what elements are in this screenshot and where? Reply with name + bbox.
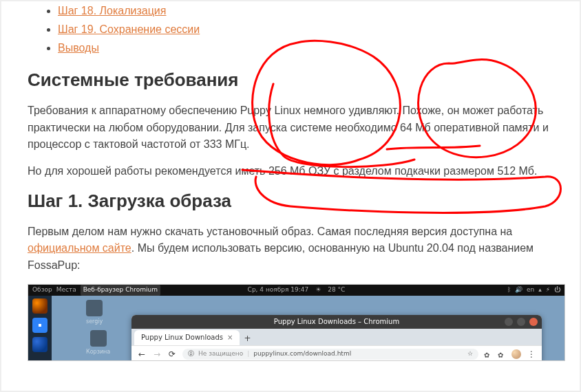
chromium-window: Puppy Linux Downloads – Chromium Puppy L… [131, 315, 542, 361]
insecure-label: Не защищено [198, 349, 243, 359]
article-page: Шаг 18. Локализация Шаг 19. Сохранение с… [0, 0, 581, 392]
toc-item: Шаг 19. Сохранение сессии [58, 21, 553, 39]
profile-avatar [511, 349, 521, 359]
network-icon: ▴ [538, 285, 542, 295]
section-heading-requirements: Системные требования [28, 69, 553, 91]
bluetooth-icon: ᛒ [507, 285, 511, 295]
step1-paragraph: Первым делом нам нужно скачать установоч… [28, 224, 553, 274]
desktop-icon-trash-label: Корзина [86, 349, 110, 355]
browser-tab-title: Puppy Linux Downloads [141, 332, 223, 343]
sun-icon: ☀ [315, 285, 321, 295]
star-icon: ☆ [467, 349, 473, 359]
extension-icon: ✿ [484, 350, 492, 358]
toc-link-step19[interactable]: Шаг 19. Сохранение сессии [58, 23, 200, 35]
insecure-icon: ⓪ [188, 349, 194, 359]
battery-icon: ⚡ [546, 285, 550, 295]
firefox-icon [32, 298, 47, 314]
browser-tab: Puppy Linux Downloads × [134, 330, 240, 345]
dock [28, 296, 52, 361]
new-tab-icon: + [244, 332, 251, 345]
close-icon: × [227, 332, 233, 343]
toc-item: Выводы [58, 40, 553, 57]
window-maximize-icon [517, 318, 525, 326]
address-url: puppylinux.com/download.html [253, 349, 351, 359]
window-minimize-icon [505, 318, 513, 326]
requirements-paragraph-2: Но для хорошей работы рекомендуется имет… [28, 163, 553, 180]
volume-icon: 🔊 [515, 285, 522, 295]
section-heading-step1: Шаг 1. Загрузка образа [28, 190, 553, 213]
window-title-text: Puppy Linux Downloads – Chromium [274, 316, 399, 327]
folder-icon [86, 300, 103, 316]
extension-icon: ✿ [498, 350, 506, 358]
browser-toolbar: ← → ⟳ ⓪ Не защищено | puppylinux.com/dow… [131, 345, 542, 361]
toc-item: Шаг 18. Локализация [58, 3, 553, 20]
window-titlebar: Puppy Linux Downloads – Chromium [131, 315, 542, 329]
desktop-icon-user: sergiy [86, 300, 103, 326]
toc-link-conclusions[interactable]: Выводы [58, 42, 99, 54]
topbar-app-chromium: Веб-браузер Chromium [81, 285, 160, 296]
thunderbird-icon [32, 337, 47, 352]
power-icon: ⏻ [554, 285, 560, 295]
trash-icon [90, 330, 107, 347]
topbar-date: Ср, 4 ноября 19:47 [248, 285, 309, 295]
topbar-places: Места [56, 285, 76, 295]
address-bar: ⓪ Не защищено | puppylinux.com/download.… [182, 349, 478, 360]
requirements-paragraph-1: Требования к аппаратному обеспечению Pup… [28, 102, 553, 153]
tab-strip: Puppy Linux Downloads × + [131, 329, 542, 345]
screenshot-download-page: Обзор Места Веб-браузер Chromium Ср, 4 н… [28, 284, 565, 361]
table-of-contents: Шаг 18. Локализация Шаг 19. Сохранение с… [28, 3, 553, 56]
window-close-icon [529, 318, 538, 326]
gnome-topbar: Обзор Места Веб-браузер Chromium Ср, 4 н… [28, 285, 564, 296]
menu-icon: ⋮ [527, 349, 536, 359]
desktop-icon-trash: Корзина [86, 330, 110, 356]
toc-link-step18[interactable]: Шаг 18. Локализация [58, 5, 166, 17]
chromium-icon [32, 318, 47, 333]
back-icon: ← [137, 349, 147, 359]
step1-text-a: Первым делом нам нужно скачать установоч… [28, 226, 512, 237]
desktop-icon-user-label: sergiy [86, 318, 103, 325]
topbar-overview: Обзор [32, 285, 52, 295]
reload-icon: ⟳ [167, 349, 177, 359]
topbar-lang: en [527, 285, 534, 295]
official-site-link[interactable]: официальном сайте [28, 242, 131, 254]
topbar-weather: 28 °C [328, 285, 345, 295]
forward-icon: → [152, 349, 162, 359]
